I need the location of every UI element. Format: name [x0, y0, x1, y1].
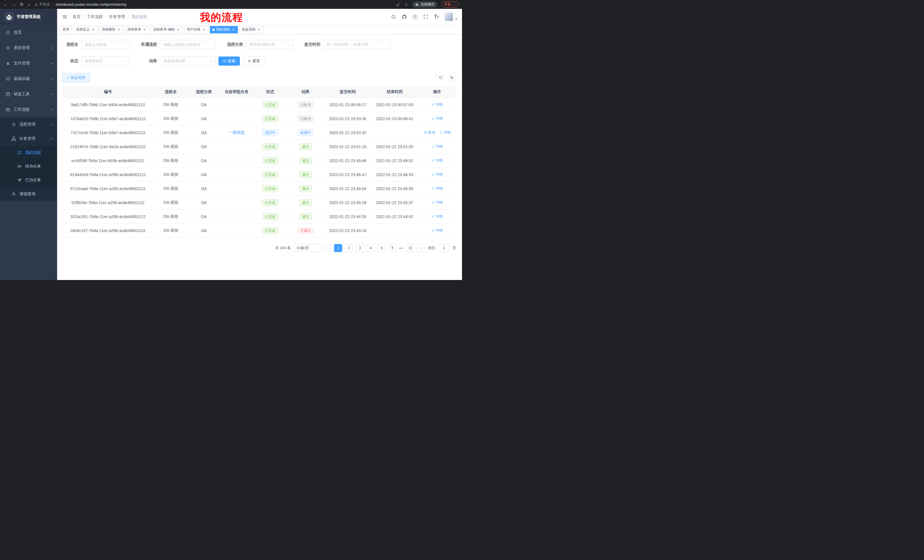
tab-user-group[interactable]: 用户分组× [184, 26, 208, 33]
breadcrumb-separator: / [128, 15, 129, 19]
detail-link[interactable]: 详情 [432, 186, 443, 191]
help-icon[interactable]: ? [412, 15, 417, 19]
date-separator: - [350, 42, 351, 47]
detail-link[interactable]: 详情 [432, 228, 443, 233]
detail-link[interactable]: 详情 [432, 144, 443, 149]
browser-update-button[interactable]: 更新 ⋮ [441, 1, 459, 7]
breadcrumb: 首页 / 工作流程 / 任务管理 / 我的流程 [72, 14, 147, 19]
close-icon[interactable]: × [142, 28, 147, 32]
close-icon[interactable]: × [91, 28, 95, 32]
avatar-caret-icon[interactable]: ▾ [455, 17, 457, 21]
user-avatar[interactable] [445, 13, 453, 21]
cell-actions: 详情 [418, 168, 456, 181]
address-bar[interactable]: 不安全 | dashboard.yudao.iocoder.cn/bpm/tas… [34, 2, 393, 7]
reset-button[interactable]: ↻ 重置 [243, 57, 264, 66]
edit-icon [432, 187, 435, 190]
sidebar-item-done-task[interactable]: 已办任务 [0, 173, 57, 187]
breadcrumb-workflow[interactable]: 工作流程 [87, 14, 103, 19]
tab-process-form[interactable]: 流程表单× [125, 26, 149, 33]
tab-process-model[interactable]: 流程模型× [99, 26, 123, 33]
sidebar-item-label: 系统管理 [14, 45, 30, 51]
fullscreen-icon[interactable] [423, 14, 428, 19]
page-button-6[interactable]: 6 [388, 244, 396, 252]
browser-menu-icon[interactable]: ⋮ [452, 3, 456, 7]
category-select[interactable]: 请选择流程分类 [246, 40, 293, 49]
close-icon[interactable]: × [176, 28, 180, 32]
status-tag: 已完成 [262, 213, 278, 220]
sidebar-item-workflow[interactable]: 工作流程 [0, 102, 57, 117]
pagination: 共 104 条 10条/页 ‹ 1 2 3 4 5 6 ••• 11 › 前往 … [62, 244, 456, 252]
search-button[interactable]: 搜索 [218, 57, 240, 66]
sidebar-item-label: 首页 [14, 30, 22, 35]
result-select[interactable]: 请选择流结果 [160, 57, 216, 66]
github-icon[interactable] [402, 14, 407, 19]
sidebar-item-leave-query[interactable]: 请假查询 [0, 187, 57, 201]
prev-page-button[interactable]: ‹ [323, 244, 331, 252]
page-button-4[interactable]: 4 [367, 244, 375, 252]
sidebar-item-my-process[interactable]: 我的流程 [0, 146, 57, 160]
url-text[interactable]: dashboard.yudao.iocoder.cn/bpm/task/my [56, 2, 126, 7]
status-select[interactable]: 请选择状态 [81, 57, 130, 66]
sidebar-item-home[interactable]: 首页 [0, 25, 57, 40]
sidebar-item-payment[interactable]: ¥ 支付管理 [0, 55, 57, 71]
browser-reload-icon[interactable]: ↻ [20, 2, 24, 7]
search-icon[interactable] [391, 14, 396, 19]
more-pages-icon[interactable]: ••• [399, 246, 404, 250]
detail-link[interactable]: 详情 [432, 158, 443, 163]
bookmark-star-icon[interactable]: ☆ [404, 3, 408, 7]
close-icon[interactable]: × [257, 28, 261, 32]
detail-link[interactable]: 详情 [432, 116, 443, 121]
close-icon[interactable]: × [202, 28, 206, 32]
refresh-table-button[interactable]: ↻ [448, 73, 456, 82]
breadcrumb-task-management[interactable]: 任务管理 [109, 14, 125, 19]
page-button-1[interactable]: 1 [334, 244, 342, 252]
detail-link[interactable]: 详情 [432, 102, 443, 107]
cell-id: 67c2eaab-7b9a-11ec-a290-acde48001122 [62, 181, 154, 196]
next-page-button[interactable]: › [417, 244, 425, 252]
browser-back-icon[interactable]: ← [3, 2, 8, 7]
browser-home-icon[interactable]: ⌂ [28, 2, 30, 7]
create-process-button[interactable]: + 发起流程 [62, 73, 90, 82]
sidebar-item-todo-task[interactable]: 待办任务 [0, 160, 57, 173]
current-task-link[interactable]: 一级审批 [229, 130, 245, 135]
page-button-3[interactable]: 3 [356, 244, 364, 252]
page-size-select[interactable]: 10条/页 [294, 244, 320, 252]
close-icon[interactable]: × [117, 28, 121, 32]
hamburger-icon[interactable] [62, 14, 68, 19]
cancel-link[interactable]: 取消 [424, 130, 435, 135]
detail-link[interactable]: 详情 [432, 172, 443, 177]
user-icon [11, 192, 16, 196]
tab-process-definition[interactable]: 流程定义× [74, 26, 98, 33]
tab-process-form-edit[interactable]: 流程表单-编辑× [150, 26, 183, 33]
sidebar-item-devtools[interactable]: 研发工具 [0, 87, 57, 102]
close-icon[interactable]: × [231, 28, 235, 32]
process-name-input[interactable] [81, 40, 130, 49]
page-button-11[interactable]: 11 [406, 244, 414, 252]
tab-my-process[interactable]: 我的流程× [210, 26, 238, 33]
tab-start-process[interactable]: 发起流程× [239, 26, 264, 33]
sidebar-item-infrastructure[interactable]: 基础设施 [0, 71, 57, 87]
briefcase-icon [6, 107, 10, 112]
detail-link[interactable]: 详情 [440, 130, 451, 135]
goto-page-input[interactable] [438, 244, 450, 252]
font-size-icon[interactable]: TT [434, 14, 439, 19]
table-toolbar: + 发起流程 ↻ [62, 73, 456, 82]
toggle-search-button[interactable] [436, 73, 445, 82]
page-button-5[interactable]: 5 [378, 244, 386, 252]
detail-link[interactable]: 详情 [432, 214, 443, 219]
key-icon[interactable] [396, 3, 400, 7]
not-secure-indicator[interactable]: 不安全 [34, 2, 50, 7]
sidebar-item-system[interactable]: 系统管理 [0, 40, 57, 55]
tab-home[interactable]: 首页 [60, 26, 72, 33]
sidebar-item-task-management[interactable]: 任务管理 [0, 132, 57, 146]
cancel-icon [424, 131, 427, 134]
cell-name: OA 请假 [154, 154, 188, 168]
sidebar-item-process-management[interactable]: 流程管理 [0, 117, 57, 132]
submit-time-range-picker[interactable]: 开始日期 - 结束日期 [323, 40, 390, 49]
browser-forward-icon[interactable]: → [12, 2, 16, 7]
breadcrumb-home[interactable]: 首页 [72, 14, 81, 19]
process-def-input[interactable] [160, 40, 216, 49]
chevron-down-icon [51, 123, 53, 125]
page-button-2[interactable]: 2 [345, 244, 353, 252]
detail-link[interactable]: 详情 [432, 200, 443, 205]
